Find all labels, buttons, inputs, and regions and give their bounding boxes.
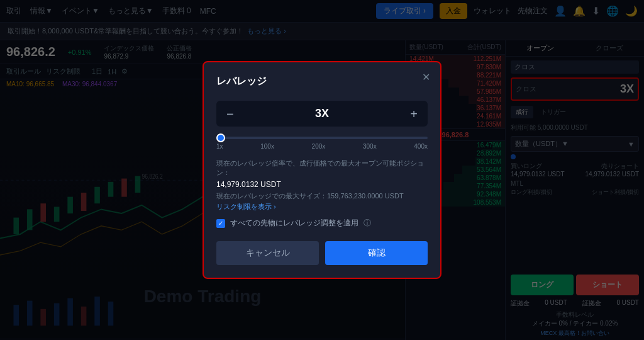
leverage-modal: レバレッジ ✕ − 3X + 1x 100x 200x 300x 400x 現在… (203, 61, 441, 279)
modal-overlay: レバレッジ ✕ − 3X + 1x 100x 200x 300x 400x 現在… (0, 0, 644, 340)
lev-info-text: 現在のレバレッジ倍率で、成行価格での最大オープン可能ポジション： (216, 159, 428, 178)
risk-limit-link[interactable]: リスク制限を表示 › (216, 202, 428, 212)
confirm-button[interactable]: 確認 (325, 241, 428, 265)
slider-labels: 1x 100x 200x 300x 400x (216, 143, 428, 150)
modal-close-button[interactable]: ✕ (422, 71, 430, 83)
leverage-slider[interactable]: 1x 100x 200x 300x 400x (216, 137, 428, 150)
modal-actions: キャンセル 確認 (216, 241, 428, 265)
slider-label-400x: 400x (414, 143, 428, 150)
leverage-minus-button[interactable]: − (226, 108, 234, 120)
checkbox-label: すべての先物にレバレッジ調整を適用 (230, 218, 358, 229)
modal-title: レバレッジ (216, 75, 428, 88)
slider-label-200x: 200x (312, 143, 326, 150)
checkbox-info-icon: ⓘ (364, 218, 371, 229)
cancel-button[interactable]: キャンセル (216, 241, 319, 265)
slider-thumb[interactable] (216, 133, 225, 142)
slider-track (216, 137, 428, 139)
leverage-control: − 3X + (216, 101, 428, 127)
slider-label-300x: 300x (363, 143, 377, 150)
slider-label-100x: 100x (260, 143, 274, 150)
lev-info: 現在のレバレッジ倍率で、成行価格での最大オープン可能ポジション： 14,979.… (216, 159, 428, 212)
checkbox-row: ✓ すべての先物にレバレッジ調整を適用 ⓘ (216, 218, 428, 229)
leverage-value: 3X (315, 107, 329, 120)
lev-info-value: 14,979.0132 USDT (216, 180, 428, 189)
lev-max-text: 現在のレバレッジでの最大サイズ：159,763,230.0000 USDT (216, 191, 428, 201)
apply-all-checkbox[interactable]: ✓ (216, 219, 225, 228)
slider-label-1x: 1x (216, 143, 223, 150)
leverage-plus-button[interactable]: + (410, 108, 418, 120)
